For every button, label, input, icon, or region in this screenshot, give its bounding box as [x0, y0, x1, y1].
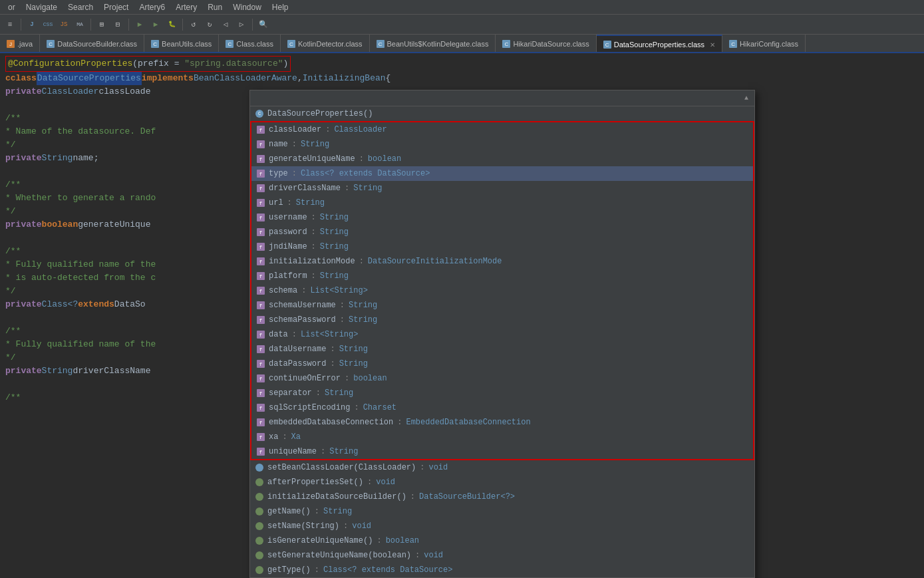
method-return-type: String — [323, 507, 352, 516]
toolbar-btn-forward[interactable]: ↻ — [202, 17, 217, 32]
menu-artery[interactable]: Artery — [170, 3, 202, 12]
popup-field-item[interactable]: fclassLoader : ClassLoader — [251, 122, 753, 137]
tab-beanutils[interactable]: C BeanUtils.class — [144, 35, 219, 53]
popup-field-item[interactable]: fjndiName : String — [251, 239, 753, 254]
popup-method-item[interactable]: initializeDataSourceBuilder() : DataSour… — [250, 490, 754, 504]
field-separator: : — [345, 374, 349, 383]
tab-icon-beanutilskotlin: C — [377, 40, 385, 48]
popup-field-item[interactable]: fdataUsername : String — [251, 342, 753, 357]
javadoc-start4: /** — [5, 325, 21, 338]
popup-field-item[interactable]: fpassword : String — [251, 225, 753, 239]
popup-method-item[interactable]: setName(String) : void — [250, 519, 754, 533]
tab-beanutilskotlin[interactable]: C BeanUtils$KotlinDelegate.class — [370, 35, 496, 53]
toolbar-btn-revert[interactable]: ↺ — [186, 17, 201, 32]
popup-method-item[interactable]: isGenerateUniqueName() : boolean — [250, 533, 754, 548]
toolbar-separator-2 — [90, 19, 91, 31]
popup-method-item[interactable]: getName() : String — [250, 504, 754, 519]
popup-method-item[interactable]: afterPropertiesSet() : void — [250, 475, 754, 490]
popup-field-item[interactable]: fdata : List<String> — [251, 327, 753, 342]
toolbar-btn-debug[interactable]: 🐛 — [164, 17, 179, 32]
tab-label-java: .java — [17, 40, 33, 48]
method-return-type: void — [376, 478, 395, 487]
tab-hikariconfig[interactable]: C HikariConfig.class — [722, 35, 806, 53]
field-separator: : — [282, 432, 287, 442]
javadoc-fqname2-text: * Fully qualified name of the — [5, 338, 156, 351]
field-classloader: classLoade — [98, 85, 150, 98]
popup-field-item[interactable]: finitializationMode : DataSourceInitiali… — [251, 254, 753, 269]
field-icon: f — [257, 140, 265, 148]
kw-extends: extends — [78, 298, 114, 311]
field-item-name: dataUsername — [269, 345, 326, 354]
popup-field-item[interactable]: fxa : Xa — [251, 430, 753, 444]
field-type: String — [320, 271, 349, 281]
method-item-name: setName(String) — [267, 521, 339, 531]
field-icon: f — [257, 374, 265, 382]
tab-label-kotlindetector: KotlinDetector.class — [298, 40, 363, 48]
popup-method-item[interactable]: getType() : Class<? extends DataSource> — [250, 563, 754, 577]
toolbar-btn-run[interactable]: ▶ — [132, 17, 147, 32]
method-item-name: setGenerateUniqueName(boolean) — [267, 551, 411, 560]
tab-java[interactable]: J .java — [0, 35, 40, 53]
popup-field-item[interactable]: fusername : String — [251, 210, 753, 225]
menu-navigate[interactable]: Navigate — [21, 3, 63, 12]
popup-method-item[interactable]: setGenerateUniqueName(boolean) : void — [250, 548, 754, 563]
popup-field-item[interactable]: fsqlScriptEncoding : Charset — [251, 400, 753, 415]
toolbar-btn-j[interactable]: J — [25, 17, 39, 32]
menu-run[interactable]: Run — [202, 3, 228, 12]
field-item-name: driverClassName — [269, 184, 341, 193]
toolbar-btn-back[interactable]: ◁ — [218, 17, 233, 32]
popup-scroll-up[interactable]: ▲ — [741, 93, 752, 104]
menu-project[interactable]: Project — [98, 3, 134, 12]
popup-field-item[interactable]: fname : String — [251, 137, 753, 152]
toolbar-btn-grid2[interactable]: ⊟ — [110, 17, 125, 32]
popup-field-item[interactable]: fplatform : String — [251, 269, 753, 283]
field-separator: : — [311, 227, 316, 237]
menu-artery6[interactable]: Artery6 — [134, 3, 170, 12]
field-type: String — [329, 447, 358, 456]
menu-window[interactable]: Window — [228, 3, 267, 12]
menu-help[interactable]: Help — [267, 3, 294, 12]
field-separator: : — [340, 301, 345, 310]
method-separator: : — [315, 507, 319, 516]
popup-fields-list: fclassLoader : ClassLoaderfname : String… — [251, 122, 753, 459]
tab-datasourceproperties[interactable]: C DataSourceProperties.class ✕ — [597, 35, 722, 53]
toolbar-btn-next[interactable]: ▷ — [234, 17, 249, 32]
field-name: name; — [73, 152, 98, 165]
popup-field-item[interactable]: fseparator : String — [251, 386, 753, 400]
toolbar-btn-menu[interactable]: ≡ — [3, 17, 17, 32]
tab-kotlindetector[interactable]: C KotlinDetector.class — [281, 35, 370, 53]
field-icon: f — [257, 214, 265, 221]
toolbar-btn-grid[interactable]: ⊞ — [94, 17, 109, 32]
method-icon — [255, 507, 263, 515]
tab-label-beanutils: BeanUtils.class — [162, 40, 212, 48]
popup-constructor-item[interactable]: C DataSourceProperties() — [250, 106, 754, 121]
popup-field-item[interactable]: fschemaUsername : String — [251, 298, 753, 313]
popup-field-item[interactable]: ftype : Class<? extends DataSource> — [251, 166, 753, 181]
tab-datasourcebuilder[interactable]: C DataSourceBuilder.class — [40, 35, 144, 53]
popup-field-item[interactable]: fembeddedDatabaseConnection : EmbeddedDa… — [251, 415, 753, 430]
method-return-type: boolean — [386, 536, 419, 545]
popup-field-item[interactable]: fschemaPassword : String — [251, 313, 753, 327]
toolbar-btn-search[interactable]: 🔍 — [256, 17, 271, 32]
popup-field-item[interactable]: funiqueName : String — [251, 444, 753, 459]
tab-close-datasourceproperties[interactable]: ✕ — [710, 41, 715, 49]
menu-search[interactable]: Search — [63, 3, 98, 12]
field-separator: : — [292, 330, 297, 339]
popup-method-item[interactable]: setBeanClassLoader(ClassLoader) : void — [250, 460, 754, 475]
code-panel[interactable]: @ConfigurationProperties(prefix = "sprin… — [0, 53, 924, 578]
popup-field-item[interactable]: fdriverClassName : String — [251, 181, 753, 196]
popup-field-item[interactable]: fschema : List<String> — [251, 283, 753, 298]
field-separator: : — [397, 418, 402, 427]
toolbar-btn-js[interactable]: JS — [57, 17, 71, 32]
tab-class[interactable]: C Class.class — [219, 35, 281, 53]
toolbar-btn-ma[interactable]: MA — [73, 17, 87, 32]
popup-field-item[interactable]: furl : String — [251, 196, 753, 210]
toolbar-btn-css[interactable]: CSS — [41, 17, 55, 32]
popup-field-item[interactable]: fdataPassword : String — [251, 357, 753, 371]
tab-hikaridatasource[interactable]: C HikariDataSource.class — [496, 35, 596, 53]
popup-field-item[interactable]: fcontinueOnError : boolean — [251, 371, 753, 386]
popup-field-item[interactable]: fgenerateUniqueName : boolean — [251, 152, 753, 166]
menu-or[interactable]: or — [3, 3, 21, 12]
field-separator: : — [311, 242, 316, 251]
toolbar-btn-run2[interactable]: ▶ — [148, 17, 163, 32]
